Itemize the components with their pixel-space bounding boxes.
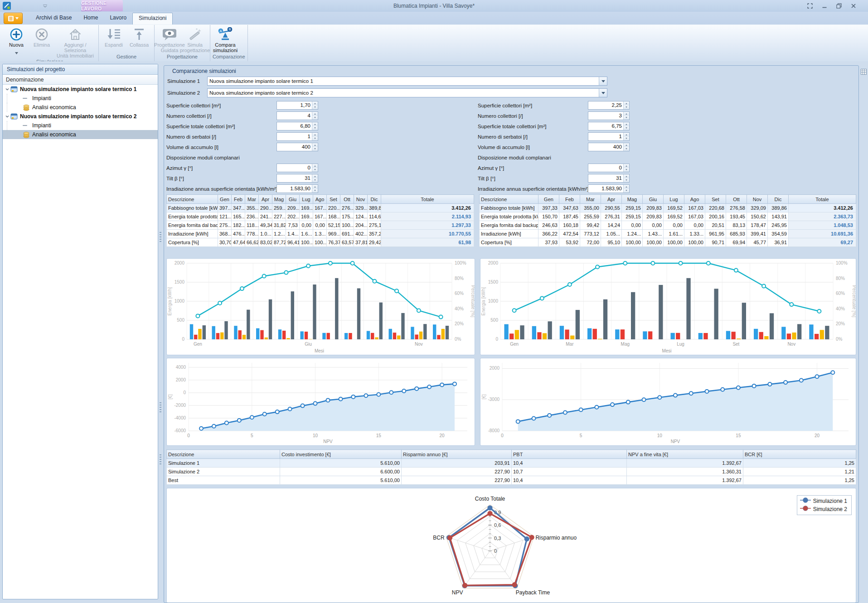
combo-dropdown-button[interactable]: [599, 89, 607, 97]
ribbon-button-espandi[interactable]: Espandi: [101, 25, 126, 48]
table-row[interactable]: Fabbisogno totale [kWh]397...347...355..…: [167, 204, 474, 212]
file-menu-button[interactable]: [4, 13, 23, 24]
spinner-down-icon[interactable]: [312, 189, 318, 193]
spinner-up-icon[interactable]: [624, 101, 629, 106]
ribbon-button-compara-simulazioni[interactable]: ABCompara simulazioni: [213, 25, 238, 53]
spinner-up-icon[interactable]: [312, 185, 318, 189]
spinner-up-icon[interactable]: [624, 164, 629, 168]
spinner-up-icon[interactable]: [312, 143, 318, 147]
column-header-gen[interactable]: Gen: [538, 195, 559, 204]
column-header-costo-investimento[interactable]: Costo investimento [€]: [280, 450, 402, 459]
param-input-superficie-totale-collettori-m-sim1[interactable]: 6,80: [276, 122, 318, 130]
tree-column-header[interactable]: Denominazione: [3, 75, 158, 85]
spinner-down-icon[interactable]: [312, 116, 318, 120]
column-header-mar[interactable]: Mar: [580, 195, 601, 204]
grid-options-icon[interactable]: [861, 68, 867, 77]
ribbon-button-elimina[interactable]: Elimina: [29, 25, 54, 48]
ribbon-button-collassa[interactable]: Collassa: [126, 25, 152, 48]
ribbon-button-nuova[interactable]: Nuova: [4, 25, 29, 56]
param-input-numero-collettori-sim1[interactable]: 4: [276, 111, 318, 120]
column-header-set[interactable]: Set: [705, 195, 726, 204]
table-row[interactable]: Irradiazione [kWh]368...476...778...1.0.…: [167, 230, 474, 238]
column-header-descrizione[interactable]: Descrizione: [167, 195, 218, 204]
legend-item-simulazione-2[interactable]: Simulazione 2: [800, 505, 847, 513]
ribbon-tab-simulazioni[interactable]: Simulazioni: [132, 13, 173, 24]
column-header-lug[interactable]: Lug: [300, 195, 313, 204]
column-header-descrizione[interactable]: Descrizione: [167, 450, 280, 459]
param-input-irradiazione-annua-superficie-orientata-kwh-m-sim2[interactable]: 1.583,90: [588, 184, 630, 193]
column-header-descrizione[interactable]: Descrizione: [480, 195, 538, 204]
splitter-grip[interactable]: [160, 402, 161, 413]
param-input-tilt-sim2[interactable]: 31: [588, 174, 630, 183]
ribbon-tab-lavoro[interactable]: Lavoro: [104, 13, 132, 24]
ribbon-tab-home[interactable]: Home: [78, 13, 104, 24]
param-input-superficie-collettori-m-sim1[interactable]: 1,70: [276, 101, 318, 110]
simulation-1-select[interactable]: Nuova simulazione impianto solare termic…: [207, 77, 607, 86]
spinner-up-icon[interactable]: [312, 164, 318, 168]
column-header-mag[interactable]: Mag: [272, 195, 286, 204]
param-input-volume-di-accumulo-l-sim2[interactable]: 400: [588, 143, 630, 151]
column-header-ott[interactable]: Ott: [340, 195, 354, 204]
column-header-dic[interactable]: Dic: [368, 195, 381, 204]
param-input-volume-di-accumulo-l-sim1[interactable]: 400: [276, 143, 318, 151]
table-row[interactable]: Energia totale prodotta [kWh]121...165..…: [167, 212, 474, 221]
spinner-up-icon[interactable]: [624, 174, 629, 178]
spinner-down-icon[interactable]: [312, 137, 318, 141]
ribbon-button-aggiungi-seleziona-unit-immobiliari[interactable]: Aggiungi / Seleziona Unità Immobiliari: [54, 25, 96, 58]
column-header-dic[interactable]: Dic: [768, 195, 789, 204]
spinner-down-icon[interactable]: [312, 178, 318, 183]
param-input-azimut-sim2[interactable]: 0: [588, 164, 630, 172]
table-row-simulazione-1[interactable]: Simulazione 15.610,00203,9110,41.392,671…: [167, 459, 856, 468]
legend-item-simulazione-1[interactable]: Simulazione 1: [800, 497, 847, 505]
close-icon[interactable]: [850, 3, 856, 9]
column-header-nov[interactable]: Nov: [354, 195, 368, 204]
column-header-ago[interactable]: Ago: [684, 195, 705, 204]
tree-item-analisi-economica[interactable]: Analisi economica: [3, 130, 158, 139]
param-input-superficie-collettori-m-sim2[interactable]: 2,25: [588, 101, 630, 110]
spinner-down-icon[interactable]: [624, 178, 629, 183]
param-input-azimut-sim1[interactable]: 0: [276, 164, 318, 172]
spinner-up-icon[interactable]: [312, 133, 318, 137]
tree-expander-icon[interactable]: [4, 87, 10, 92]
param-input-numero-di-serbatoi-sim1[interactable]: 1: [276, 132, 318, 141]
simulation-2-select[interactable]: Nuova simulazione impianto solare termic…: [207, 88, 607, 97]
table-row-best[interactable]: Best5.610,00227,9010,41.392,671,25: [167, 476, 856, 485]
column-header-totale[interactable]: Totale: [381, 195, 474, 204]
spinner-down-icon[interactable]: [312, 147, 318, 151]
panel-splitter[interactable]: [158, 61, 163, 603]
column-header-ott[interactable]: Ott: [726, 195, 747, 204]
splitter-grip[interactable]: [160, 454, 161, 465]
column-header-feb[interactable]: Feb: [232, 195, 245, 204]
table-row[interactable]: Energia fornita dal backup [kWh]246,6316…: [480, 221, 856, 230]
spinner-down-icon[interactable]: [624, 116, 629, 120]
column-header-gen[interactable]: Gen: [218, 195, 232, 204]
spinner-down-icon[interactable]: [312, 106, 318, 110]
spinner-down-icon[interactable]: [312, 126, 318, 130]
spinner-down-icon[interactable]: [624, 147, 629, 151]
column-header-nov[interactable]: Nov: [747, 195, 768, 204]
tree-item-impianti[interactable]: Impianti: [3, 121, 158, 130]
table-row[interactable]: Fabbisogno totale [kWh]397,33347,63355,0…: [480, 204, 856, 212]
column-header-bcr[interactable]: BCR [€]: [743, 450, 856, 459]
ribbon-button-simula-progettazione[interactable]: Simula progettazione: [182, 25, 208, 53]
tree-item-nuova-simulazione-impianto-solare-termico-1[interactable]: Nuova simulazione impianto solare termic…: [3, 85, 158, 94]
column-header-apr[interactable]: Apr: [259, 195, 272, 204]
column-header-totale[interactable]: Totale: [789, 195, 856, 204]
column-header-feb[interactable]: Feb: [559, 195, 580, 204]
table-row[interactable]: Energia totale prodotta [kWh]150,70187,4…: [480, 212, 856, 221]
spinner-up-icon[interactable]: [624, 185, 629, 189]
spinner-down-icon[interactable]: [624, 137, 629, 141]
param-input-tilt-sim1[interactable]: 31: [276, 174, 318, 183]
tree-item-analisi-economica[interactable]: Analisi economica: [3, 103, 158, 112]
column-header-mag[interactable]: Mag: [622, 195, 643, 204]
combo-dropdown-button[interactable]: [599, 77, 607, 85]
tree-expander-icon[interactable]: [4, 114, 10, 119]
column-header-set[interactable]: Set: [327, 195, 340, 204]
spinner-up-icon[interactable]: [624, 112, 629, 116]
spinner-down-icon[interactable]: [312, 168, 318, 172]
spinner-up-icon[interactable]: [312, 101, 318, 106]
table-row[interactable]: Copertura [%]30,7047,6466,6283,0287,7296…: [167, 238, 474, 247]
ribbon-tab-archivi-di-base[interactable]: Archivi di Base: [30, 13, 78, 24]
column-header-apr[interactable]: Apr: [601, 195, 622, 204]
restore-icon[interactable]: [836, 3, 842, 9]
